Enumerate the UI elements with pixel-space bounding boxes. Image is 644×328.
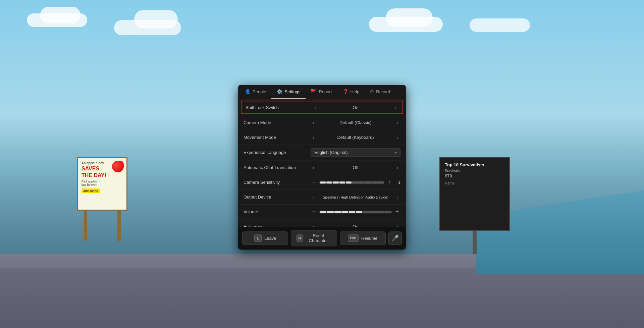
tab-report[interactable]: 🚩 Report [306,85,337,99]
setting-auto-chat: Automatic Chat Translation ‹ Off › [238,160,406,175]
record-icon: ⊙ [370,89,374,94]
tab-report-label: Report [319,89,332,94]
leave-key-badge: L [254,234,262,242]
billboard-right-title: Top 10 Survivalists [445,162,504,167]
reset-label: Reset Character [306,233,331,243]
vol-seg-7 [363,211,369,213]
experience-language-dropdown[interactable]: English (Original) ▾ [311,148,400,157]
billboard-right-pole [473,231,477,254]
shift-lock-next[interactable]: › [393,104,398,111]
output-device-value: Speakers (High Definition Audio Device) [316,195,395,199]
tab-people-label: People [253,89,266,94]
auto-chat-label: Automatic Chat Translation [244,165,311,170]
camera-sensitivity-label: Camera Sensitivity [244,180,311,185]
vol-seg-10 [385,211,391,213]
camera-sensitivity-track [319,181,384,184]
billboard-right-label: Survivals [445,169,504,173]
camera-mode-label: Camera Mode [244,120,311,125]
leave-label: Leave [264,236,276,241]
vol-seg-4 [341,211,348,213]
movement-mode-label: Movement Mode [244,135,311,140]
seg-10 [378,181,384,183]
reset-character-button[interactable]: R Reset Character [291,230,337,246]
camera-mode-value: Default (Classic) [316,120,395,125]
setting-experience-language: Experience Language English (Original) ▾ [238,145,406,160]
ground-lower [0,268,644,328]
billboard-right: Top 10 Survivalists Survivals 679 Name [439,157,510,254]
billboard-right-value: 679 [445,173,504,178]
camera-mode-prev[interactable]: ‹ [311,119,316,126]
camera-sensitivity-plus[interactable]: + [386,179,393,186]
billboard-right-row1: Name [445,181,504,185]
setting-camera-sensitivity: Camera Sensitivity − [238,175,406,190]
cloud-7 [470,18,530,32]
seg-7 [359,181,364,183]
auto-chat-next[interactable]: › [395,164,400,171]
volume-plus[interactable]: + [394,208,400,215]
setting-fullscreen: Fullscreen ‹ On › [238,219,406,227]
resume-label: Resume [361,236,377,241]
billboard-left-pole1 [84,211,87,241]
setting-output-device: Output Device ‹ Speakers (High Definitio… [238,190,406,205]
tab-help[interactable]: ❓ Help [337,85,365,99]
setting-camera-mode: Camera Mode ‹ Default (Classic) › [238,115,406,130]
billboard-left: An apple a day SAVES THE DAY! Red apples… [77,157,127,241]
shift-lock-label: Shift Lock Switch [246,105,313,110]
cloud-2 [40,7,80,23]
mic-button[interactable]: 🎤 [388,231,402,245]
fullscreen-prev[interactable]: ‹ [311,223,316,227]
tab-settings-label: Settings [284,89,300,94]
report-icon: 🚩 [311,89,317,94]
billboard-left-line4: Red apples [82,180,123,183]
auto-chat-value: Off [316,165,395,170]
fullscreen-value: On [316,224,395,227]
seg-5 [346,181,352,183]
volume-minus[interactable]: − [311,208,317,215]
seg-1 [320,181,326,183]
resume-button[interactable]: ESC Resume [340,231,386,245]
vol-seg-6 [356,211,362,213]
tab-people[interactable]: 👤 People [239,85,271,99]
camera-sensitivity-value: 1 [395,180,400,185]
shift-lock-value: On [318,105,393,110]
experience-language-value: English (Original) [314,150,348,155]
leave-button[interactable]: L Leave [242,231,288,245]
output-device-prev[interactable]: ‹ [311,194,316,201]
bottom-bar: L Leave R Reset Character ESC Resume 🎤 [238,227,406,250]
fullscreen-next[interactable]: › [395,223,400,227]
reset-key-badge: R [297,234,303,242]
seg-2 [326,181,332,183]
camera-sensitivity-minus[interactable]: − [311,179,317,186]
output-device-next[interactable]: › [395,194,400,201]
movement-mode-value: Default (Keyboard) [316,135,395,140]
volume-label: Volume [244,209,311,214]
seg-3 [333,181,338,183]
tab-record-label: Record [376,89,390,94]
settings-content: Shift Lock Switch ‹ On › Camera Mode ‹ D… [238,99,406,227]
tab-record[interactable]: ⊙ Record [365,85,395,99]
billboard-left-pole2 [117,211,121,241]
billboard-left-line3: THE DAY! [82,172,123,178]
settings-modal: 👤 People ⚙️ Settings 🚩 Report ❓ Help ⊙ R… [238,85,406,250]
seg-6 [352,181,358,183]
apple-icon [112,161,124,172]
movement-mode-prev[interactable]: ‹ [311,134,316,141]
camera-mode-next[interactable]: › [395,119,400,126]
auto-chat-prev[interactable]: ‹ [311,164,316,171]
people-icon: 👤 [245,89,251,94]
tab-bar: 👤 People ⚙️ Settings 🚩 Report ❓ Help ⊙ R… [238,85,406,99]
mic-icon: 🎤 [391,234,399,242]
seg-8 [365,181,371,183]
seg-4 [339,181,345,183]
tab-settings[interactable]: ⚙️ Settings [271,85,306,99]
billboard-left-line5: last forever! [82,183,123,186]
movement-mode-next[interactable]: › [395,134,400,141]
tab-help-label: Help [351,89,360,94]
experience-language-label: Experience Language [244,150,311,155]
vol-seg-5 [349,211,355,213]
seg-9 [372,181,377,183]
shift-lock-prev[interactable]: ‹ [313,104,318,111]
dropdown-arrow-icon: ▾ [395,150,397,155]
settings-icon: ⚙️ [277,89,282,94]
setting-shift-lock: Shift Lock Switch ‹ On › [241,101,403,114]
